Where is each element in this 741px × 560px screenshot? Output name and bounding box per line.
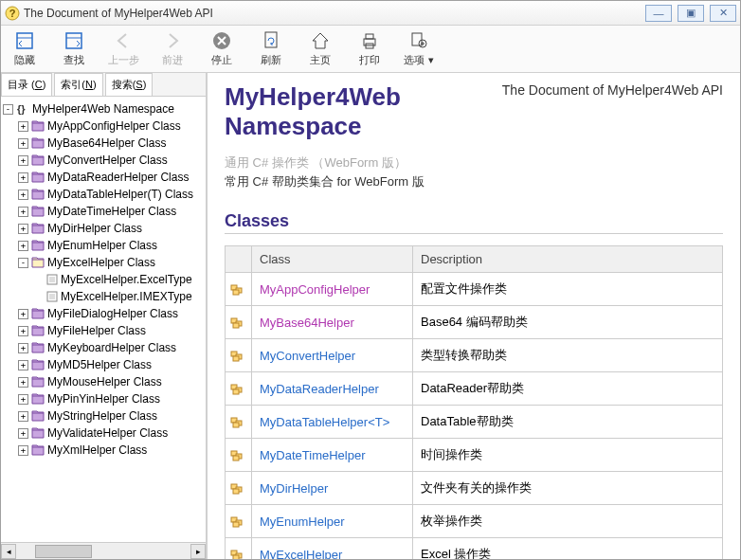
- tree-node[interactable]: MyExcelHelper.ExcelType: [3, 271, 204, 288]
- scroll-left-button[interactable]: ◂: [1, 544, 16, 559]
- class-link[interactable]: MyDataTableHelper<T>: [260, 415, 389, 429]
- forward-button[interactable]: 前进: [156, 30, 189, 67]
- expand-icon[interactable]: +: [18, 428, 28, 439]
- tab-contents[interactable]: 目录 (C): [1, 73, 52, 96]
- content-pane[interactable]: MyHelper4Web Namespace The Document of M…: [208, 73, 740, 559]
- class-icon: [226, 439, 252, 472]
- hide-button[interactable]: 隐藏: [9, 30, 41, 67]
- book-icon: [31, 427, 45, 439]
- class-link[interactable]: MyDataReaderHelper: [260, 382, 379, 396]
- toolbar: 隐藏 查找 上一步 前进 停止 刷新 主页 打印 选项 ▾: [1, 26, 740, 73]
- tree-node[interactable]: +MyMouseHelper Class: [3, 373, 204, 390]
- tree-node[interactable]: +MyBase64Helper Class: [3, 135, 204, 152]
- tree-node[interactable]: +MyDateTimeHelper Class: [3, 203, 204, 220]
- expand-icon[interactable]: +: [18, 445, 28, 456]
- tree-node[interactable]: +MyValidateHelper Class: [3, 425, 204, 442]
- scroll-thumb[interactable]: [35, 545, 92, 558]
- class-link[interactable]: MyDateTimeHelper: [260, 448, 366, 462]
- book-icon: [31, 172, 45, 183]
- tree-node[interactable]: +MyEnumHelper Class: [3, 237, 204, 254]
- tree-node[interactable]: +MyFileDialogHelper Class: [3, 305, 204, 322]
- svg-rect-35: [233, 389, 239, 394]
- class-link[interactable]: MyAppConfigHelper: [260, 282, 370, 297]
- expand-icon[interactable]: +: [18, 190, 28, 200]
- tree-node[interactable]: MyExcelHelper.IMEXType: [3, 288, 204, 305]
- class-link[interactable]: MyDirHelper: [260, 481, 328, 496]
- tree-node[interactable]: +MyDataReaderHelper Class: [3, 169, 204, 186]
- tree-node[interactable]: +MyDirHelper Class: [3, 220, 204, 237]
- expand-icon[interactable]: +: [18, 411, 28, 422]
- expand-icon[interactable]: +: [18, 155, 28, 166]
- scroll-right-button[interactable]: ▸: [190, 544, 206, 559]
- class-icon: [226, 406, 252, 439]
- classes-table: Class Description MyAppConfigHelper配置文件操…: [225, 245, 723, 559]
- home-button[interactable]: 主页: [304, 30, 336, 67]
- tree-node-label: MyHelper4Web Namespace: [32, 102, 174, 116]
- expand-icon[interactable]: +: [18, 343, 28, 353]
- th-icon: [226, 246, 252, 273]
- expand-icon[interactable]: +: [18, 394, 28, 405]
- class-desc-cell: DataReader帮助类: [413, 372, 723, 406]
- tree-node[interactable]: -{}MyHelper4Web Namespace: [3, 100, 204, 117]
- tree-node[interactable]: +MyMD5Helper Class: [3, 356, 204, 373]
- svg-text:?: ?: [9, 8, 16, 19]
- class-desc-cell: 枚举操作类: [413, 505, 723, 538]
- expand-icon[interactable]: +: [18, 309, 28, 319]
- scroll-track[interactable]: [16, 544, 190, 559]
- expand-icon[interactable]: +: [18, 241, 28, 251]
- back-button[interactable]: 上一步: [107, 30, 139, 67]
- expand-icon[interactable]: +: [18, 207, 28, 217]
- tree-node[interactable]: -MyExcelHelper Class: [3, 254, 204, 271]
- minimize-button[interactable]: —: [645, 5, 672, 22]
- expander-blank: [33, 292, 44, 302]
- tree-node[interactable]: +MyDataTableHelper(T) Class: [3, 186, 204, 203]
- class-name-cell: MyAppConfigHelper: [252, 273, 413, 306]
- class-link[interactable]: MyEnumHelper: [260, 515, 345, 529]
- horizontal-scrollbar[interactable]: ◂ ▸: [1, 542, 206, 559]
- tree-node[interactable]: +MyFileHelper Class: [3, 322, 204, 339]
- collapse-icon[interactable]: -: [3, 104, 13, 115]
- tree-node[interactable]: +MyKeyboardHelper Class: [3, 339, 204, 356]
- tab-search[interactable]: 搜索(S): [105, 73, 154, 96]
- expand-icon[interactable]: +: [18, 121, 28, 132]
- maximize-button[interactable]: ▣: [678, 5, 704, 22]
- tree-node[interactable]: +MyAppConfigHelper Class: [3, 117, 204, 135]
- expand-icon[interactable]: +: [18, 224, 28, 234]
- book-icon: [31, 240, 45, 251]
- namespace-icon: {}: [16, 103, 29, 115]
- tree-node[interactable]: +MyPinYinHelper Class: [3, 390, 204, 407]
- expand-icon[interactable]: +: [18, 377, 28, 388]
- tree-node-label: MyStringHelper Class: [47, 409, 157, 423]
- book-icon: [31, 444, 45, 456]
- svg-rect-4: [66, 33, 81, 48]
- close-button[interactable]: ✕: [710, 5, 736, 22]
- tree-node[interactable]: +MyXmlHelper Class: [3, 442, 204, 459]
- tree-node[interactable]: +MyConvertHelper Class: [3, 152, 204, 169]
- refresh-button[interactable]: 刷新: [255, 30, 287, 67]
- stop-button[interactable]: 停止: [206, 30, 238, 67]
- tree-node[interactable]: +MyStringHelper Class: [3, 407, 204, 425]
- options-button[interactable]: 选项 ▾: [403, 30, 435, 67]
- print-button[interactable]: 打印: [353, 30, 386, 67]
- tree-node-label: MyConvertHelper Class: [47, 154, 168, 167]
- expand-icon[interactable]: +: [18, 326, 28, 336]
- find-button[interactable]: 查找: [58, 30, 90, 67]
- svg-rect-29: [233, 323, 239, 328]
- expand-icon[interactable]: +: [18, 360, 28, 370]
- class-link[interactable]: MyExcelHelper: [260, 548, 342, 559]
- book-icon: [31, 325, 45, 336]
- class-link[interactable]: MyConvertHelper: [260, 349, 355, 363]
- book-icon: [31, 342, 45, 353]
- expand-icon[interactable]: +: [18, 172, 28, 183]
- class-icon: [226, 505, 252, 538]
- tab-index[interactable]: 索引(N): [54, 73, 102, 96]
- collapse-icon[interactable]: -: [18, 258, 28, 268]
- tree-node-label: MyExcelHelper.IMEXType: [61, 290, 192, 303]
- expand-icon[interactable]: +: [18, 138, 28, 149]
- help-icon: ?: [5, 6, 20, 21]
- tree-view[interactable]: -{}MyHelper4Web Namespace+MyAppConfigHel…: [1, 97, 206, 542]
- book-icon: [31, 206, 45, 217]
- table-row: MyExcelHelperExcel 操作类: [226, 538, 723, 559]
- class-name-cell: MyDirHelper: [252, 472, 413, 505]
- class-link[interactable]: MyBase64Helper: [260, 316, 354, 330]
